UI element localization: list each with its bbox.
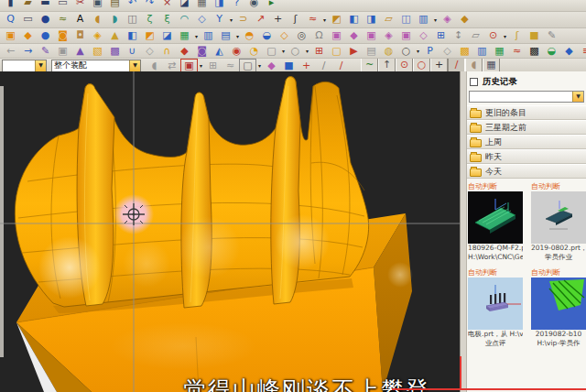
panel-pin-icon[interactable] <box>470 78 478 86</box>
chevron-down-icon[interactable]: ▼ <box>35 60 46 71</box>
assembly-scope-combo[interactable]: 整个装配 ▼ <box>51 60 141 72</box>
more-11-dropdown-icon[interactable]: ▾ <box>256 62 263 69</box>
pad-gray-icon[interactable]: ◖ <box>146 59 163 72</box>
play-icon[interactable]: ▸ <box>263 0 280 6</box>
history-group-today[interactable]: 今天 <box>467 164 586 179</box>
square-outline-icon[interactable]: ▢ <box>263 44 280 58</box>
freeform-blob-icon[interactable]: ◖ <box>89 12 106 27</box>
panel-divider[interactable] <box>460 71 467 392</box>
more-3-dropdown-icon[interactable]: ▾ <box>432 16 439 23</box>
gray-doc-icon[interactable]: ◇ <box>439 44 456 58</box>
graphics-viewport[interactable]: 觉得山峰刚谈不上攀登 <box>0 71 460 392</box>
emboss-icon[interactable]: ◈ <box>89 28 106 43</box>
more-6-dropdown-icon[interactable]: ▾ <box>502 33 508 39</box>
paste-icon[interactable]: ▤ <box>106 0 124 6</box>
unite-icon[interactable]: ◧ <box>124 28 141 43</box>
datum-plane-icon[interactable]: ▱ <box>467 28 484 43</box>
face-blend-icon[interactable]: ◇ <box>193 12 211 27</box>
blue-block-icon[interactable]: ■ <box>280 59 298 72</box>
history-group-older[interactable]: 更旧的条目 <box>467 105 586 120</box>
feature-3-icon[interactable]: ▣ <box>363 28 380 43</box>
type-filter-combo[interactable]: ▼ <box>2 60 47 72</box>
swap-icon[interactable]: ⇄ <box>163 59 180 72</box>
cap-tool-icon[interactable]: ∩ <box>158 44 176 58</box>
line-red-icon[interactable]: / <box>332 59 350 72</box>
zoom-icon[interactable]: Q <box>2 12 19 27</box>
p-tool-icon[interactable]: P <box>421 44 439 58</box>
half-left-icon[interactable]: ◧ <box>345 12 363 27</box>
pad-icon[interactable]: ◘ <box>71 28 89 43</box>
cut-icon[interactable]: ✂ <box>71 0 89 6</box>
target-icon[interactable]: ◉ <box>228 44 245 58</box>
part-thumbnail[interactable] <box>531 278 586 330</box>
redo-icon[interactable]: ↷ <box>141 0 158 6</box>
green-leaf-icon[interactable]: ◒ <box>543 44 560 58</box>
swept-face-icon[interactable]: ◗ <box>106 12 124 27</box>
more-10-dropdown-icon[interactable]: ▾ <box>198 62 204 69</box>
more-2-dropdown-icon[interactable]: ▾ <box>321 16 328 23</box>
part-thumbnail[interactable] <box>468 191 523 244</box>
flip-face-icon[interactable]: ◫ <box>397 12 415 27</box>
half-right-icon[interactable]: ◨ <box>363 12 380 27</box>
cup-icon[interactable]: ∪ <box>124 44 141 58</box>
hole-icon[interactable]: ◎ <box>293 28 310 43</box>
pocket-icon[interactable]: ◙ <box>54 28 71 43</box>
move-handle-icon[interactable]: + <box>298 59 315 72</box>
window-icon[interactable]: ◨ <box>211 0 228 6</box>
more-9-dropdown-icon[interactable]: ▾ <box>415 48 421 54</box>
offset-icon[interactable]: ◇ <box>276 28 293 43</box>
sheet-icon[interactable]: ◫ <box>124 12 141 27</box>
annotate-icon[interactable]: ✎ <box>543 28 560 43</box>
history-item[interactable]: 自动判断 2019-0802.prt，从 学员作业 <box>531 182 586 262</box>
skew-sheet-icon[interactable]: ▱ <box>380 12 397 27</box>
open-folder-icon[interactable]: ▰ <box>19 0 37 6</box>
feature-4-icon[interactable]: ◈ <box>380 28 397 43</box>
corner-face-icon[interactable]: ◩ <box>328 12 345 27</box>
purple-box-icon[interactable]: ▩ <box>106 44 124 58</box>
datum-tri-icon[interactable]: ▲ <box>71 44 89 58</box>
undo-icon[interactable]: ↶ <box>124 0 141 6</box>
model-3d[interactable] <box>0 71 460 392</box>
urn-icon[interactable]: ◙ <box>193 44 211 58</box>
gold-gem-icon[interactable]: ◆ <box>456 12 473 27</box>
spline-b-icon[interactable]: ξ <box>158 12 176 27</box>
wave-curve-icon[interactable]: ≈ <box>304 12 321 27</box>
measure-icon[interactable]: ʃ <box>508 28 526 43</box>
red-wave-icon[interactable]: ≈ <box>508 44 526 58</box>
bounds-icon[interactable]: ▭ <box>19 12 37 27</box>
book-icon[interactable]: ▥ <box>415 12 432 27</box>
sew-icon[interactable]: ⊃ <box>234 12 252 27</box>
panda-icon[interactable]: ▩ <box>526 44 543 58</box>
frame-icon[interactable]: ▣ <box>54 44 71 58</box>
noodle-icon[interactable]: ≈ <box>222 59 239 72</box>
history-group-three-weeks[interactable]: 三星期之前 <box>467 120 586 135</box>
feature-6-icon[interactable]: ◇ <box>415 28 432 43</box>
split-body-icon[interactable]: ▤ <box>217 28 234 43</box>
flag-icon[interactable]: ▶ <box>345 44 363 58</box>
pink-gem2-icon[interactable]: ◆ <box>263 59 280 72</box>
intersect-icon[interactable]: ◪ <box>158 28 176 43</box>
shell-icon[interactable]: ◓ <box>241 28 258 43</box>
history-group-last-week[interactable]: 上周 <box>467 135 586 149</box>
line-gray-icon[interactable]: / <box>315 59 332 72</box>
ball-icon[interactable]: ● <box>37 28 54 43</box>
chevron-down-icon[interactable]: ▼ <box>572 92 583 102</box>
gold-hatch-icon[interactable]: ▩ <box>456 44 473 58</box>
thicken-icon[interactable]: ◒ <box>258 28 276 43</box>
draft-icon[interactable]: ▲ <box>106 28 124 43</box>
blue-book-icon[interactable]: ▥ <box>473 44 491 58</box>
gold-pad-icon[interactable]: ▧ <box>89 44 106 58</box>
red-gem-icon[interactable]: ◆ <box>176 44 193 58</box>
history-search-combo[interactable]: ▼ <box>469 91 584 103</box>
text-icon[interactable]: A <box>71 12 89 27</box>
info-icon[interactable]: ◉ <box>245 0 263 6</box>
chevron-down-icon[interactable]: ▼ <box>129 60 140 71</box>
back-icon[interactable]: ← <box>2 44 19 58</box>
grid-target-icon[interactable]: ⊞ <box>310 44 328 58</box>
extend-icon[interactable]: ↗ <box>252 12 269 27</box>
more-4-dropdown-icon[interactable]: ▾ <box>193 33 200 39</box>
view-cube-icon[interactable]: ◪ <box>176 0 193 6</box>
lock-icon[interactable]: ■ <box>526 28 543 43</box>
gray-gem-icon[interactable]: ◇ <box>141 44 158 58</box>
lamp-icon[interactable]: ◍ <box>380 44 397 58</box>
